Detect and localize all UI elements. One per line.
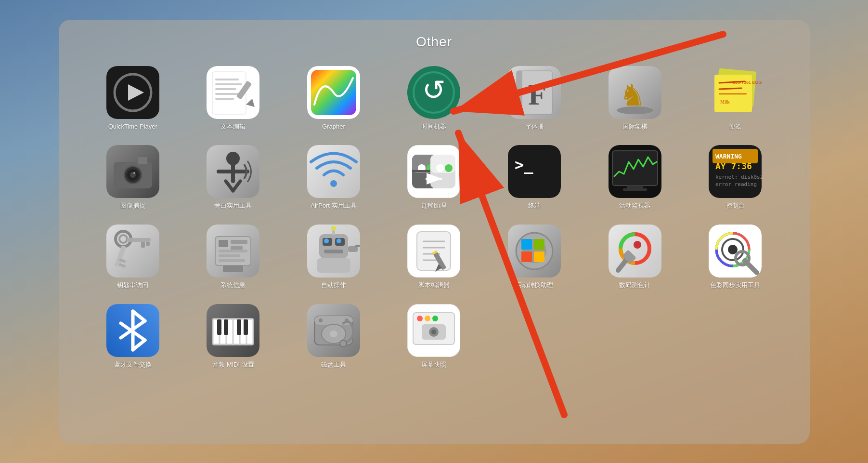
digitalcolor-label: 数码测色计 — [619, 281, 650, 290]
scripteditor-icon — [407, 225, 460, 278]
imagecapture-label: 图像捕捉 — [120, 202, 145, 210]
app-scripteditor[interactable]: 脚本编辑器 — [389, 220, 479, 294]
svg-rect-86 — [219, 250, 247, 252]
svg-text:WARNING: WARNING — [715, 153, 742, 160]
app-timemachine[interactable]: ↺ 时间机器 — [389, 61, 479, 136]
app-digitalcolor[interactable]: 数码测色计 — [589, 220, 680, 294]
screenshot-label: 屏幕快照 — [421, 361, 446, 369]
app-console[interactable]: WARNING AY 7:36 kernel: disk0s2 error re… — [690, 140, 781, 215]
svg-point-124 — [634, 241, 641, 249]
app-keychain[interactable]: 钥匙串访问 — [88, 220, 179, 294]
svg-point-57 — [436, 164, 444, 172]
app-airport[interactable]: AirPort 实用工具 — [288, 140, 379, 215]
app-sysinfo[interactable]: 系统信息 — [188, 220, 279, 294]
automator-icon — [307, 225, 360, 278]
app-fontbook[interactable]: F 字体册 — [489, 61, 580, 136]
app-audiomidi[interactable]: 音频 MIDI 设置 — [188, 299, 279, 374]
svg-rect-96 — [324, 250, 343, 253]
svg-point-95 — [337, 238, 341, 243]
grapher-label: Grapher — [322, 123, 345, 131]
folder-title: Other — [78, 34, 790, 50]
svg-point-155 — [330, 331, 337, 337]
audiomidi-icon — [207, 304, 259, 357]
activitymonitor-icon — [609, 145, 661, 198]
svg-rect-91 — [319, 234, 348, 258]
svg-point-42 — [226, 152, 240, 165]
bluetooth-icon — [106, 304, 159, 357]
diskutility-icon — [307, 304, 360, 357]
svg-text:555-7361 EGGS: 555-7361 EGGS — [733, 80, 762, 85]
imagecapture-icon — [106, 145, 159, 198]
app-automator[interactable]: 自动操作 — [288, 220, 379, 294]
svg-point-160 — [425, 316, 430, 321]
grapher-icon — [307, 66, 360, 119]
automator-label: 自动操作 — [321, 281, 346, 290]
audiomidi-label: 音频 MIDI 设置 — [212, 361, 254, 369]
svg-rect-87 — [219, 254, 240, 257]
voiceover-label: 旁白实用工具 — [214, 202, 252, 210]
svg-text:♞: ♞ — [619, 79, 646, 112]
app-quicktime[interactable]: QuickTime Player — [88, 61, 179, 136]
keychain-label: 钥匙串访问 — [117, 281, 148, 290]
svg-point-48 — [330, 180, 337, 187]
fontbook-label: 字体册 — [525, 123, 544, 131]
svg-rect-147 — [237, 319, 241, 335]
svg-point-128 — [728, 245, 738, 254]
svg-rect-116 — [521, 251, 532, 262]
svg-rect-115 — [534, 239, 544, 250]
svg-text:Milk: Milk — [720, 99, 729, 105]
svg-rect-40 — [138, 157, 147, 164]
voiceover-icon — [207, 145, 259, 198]
migration-label: 迁移助理 — [421, 202, 446, 210]
app-terminal[interactable]: >_ 终端 — [489, 140, 580, 215]
stickies-icon: Milk 555-7361 EGGS — [709, 66, 762, 119]
app-imagecapture[interactable]: 图像捕捉 — [88, 140, 179, 215]
svg-text:kernel: disk0s2: kernel: disk0s2 — [715, 174, 762, 180]
app-diskutility[interactable]: 磁盘工具 — [288, 299, 379, 374]
svg-rect-89 — [223, 265, 243, 272]
app-textedit[interactable]: 文本编辑 — [188, 61, 279, 136]
svg-text:>_: >_ — [515, 156, 533, 174]
svg-rect-63 — [612, 151, 658, 185]
svg-text:F: F — [528, 78, 546, 111]
svg-rect-99 — [317, 258, 350, 273]
svg-point-161 — [432, 316, 438, 321]
timemachine-label: 时间机器 — [421, 123, 446, 131]
app-voiceover[interactable]: 旁白实用工具 — [188, 140, 279, 215]
launchpad-folder: Other QuickTime Player — [59, 20, 810, 444]
app-grapher[interactable]: Grapher — [288, 61, 379, 136]
bluetooth-label: 蓝牙文件交换 — [114, 361, 152, 369]
svg-rect-22 — [517, 71, 522, 114]
airport-icon — [307, 145, 360, 198]
screenshot-icon — [407, 304, 460, 357]
app-bootcamp[interactable]: 启动转换助理 — [489, 220, 580, 294]
app-activitymonitor[interactable]: 活动监视器 — [589, 140, 680, 215]
terminal-icon: >_ — [508, 145, 561, 198]
svg-rect-75 — [127, 238, 151, 242]
svg-rect-101 — [355, 245, 360, 247]
app-chess[interactable]: ♞ 国际象棋 — [589, 61, 680, 136]
app-stickies[interactable]: Milk 555-7361 EGGS 便笺 — [690, 61, 781, 136]
app-screenshot[interactable]: 屏幕快照 — [389, 299, 479, 374]
app-migration[interactable]: 迁移助理 — [389, 140, 479, 215]
svg-rect-145 — [217, 319, 221, 335]
svg-rect-77 — [146, 242, 150, 246]
svg-text:error reading: error reading — [715, 181, 757, 187]
svg-rect-146 — [224, 319, 228, 335]
svg-text:AY 7:36: AY 7:36 — [715, 161, 752, 171]
svg-point-156 — [340, 340, 347, 347]
stickies-label: 便笺 — [729, 123, 741, 131]
console-icon: WARNING AY 7:36 kernel: disk0s2 error re… — [709, 145, 762, 198]
svg-rect-76 — [141, 242, 145, 248]
sysinfo-icon — [207, 225, 259, 278]
app-bluetooth[interactable]: 蓝牙文件交换 — [88, 299, 179, 374]
app-colorsync[interactable]: 色彩同步实用工具 — [690, 220, 781, 294]
sysinfo-label: 系统信息 — [220, 281, 246, 290]
svg-line-30 — [719, 88, 741, 89]
svg-point-39 — [133, 172, 135, 174]
svg-rect-148 — [244, 319, 248, 335]
textedit-icon — [207, 66, 259, 119]
timemachine-icon: ↺ — [407, 66, 460, 119]
svg-point-159 — [417, 316, 423, 321]
activitymonitor-label: 活动监视器 — [619, 202, 650, 210]
